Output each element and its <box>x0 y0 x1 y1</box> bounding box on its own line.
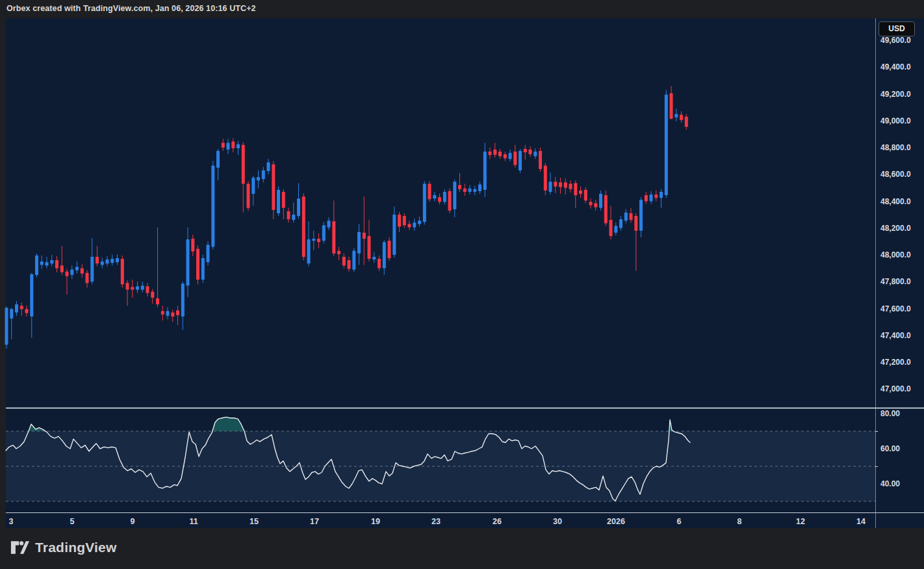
time-axis-label: 9 <box>131 517 135 526</box>
candle-body <box>443 192 446 202</box>
candle-body <box>433 195 436 198</box>
candle-body <box>70 270 73 275</box>
price-axis-label: 47,200.0 <box>880 358 911 367</box>
price-axis-label: 48,000.0 <box>880 250 911 259</box>
candle-body <box>231 142 235 148</box>
candle-body <box>564 183 567 188</box>
tradingview-logo-icon <box>10 540 29 555</box>
candle-body <box>227 143 230 150</box>
candle-body <box>96 257 99 263</box>
candle-body <box>20 306 23 309</box>
price-axis-label: 47,400.0 <box>880 331 911 340</box>
time-axis-label: 8 <box>738 517 742 526</box>
candle-body <box>489 152 492 155</box>
candle-body <box>428 184 431 200</box>
time-axis-label: 12 <box>796 517 805 526</box>
candle-body <box>222 143 225 148</box>
candle-body <box>630 213 633 220</box>
candle-body <box>156 298 159 304</box>
candle-body <box>604 195 608 223</box>
candle-body <box>292 215 295 220</box>
candle-body <box>357 232 361 254</box>
candle-body <box>418 220 421 224</box>
time-axis-label: 11 <box>189 517 198 526</box>
candle-body <box>297 198 300 216</box>
candle-body <box>45 262 49 265</box>
time-axis-label: 17 <box>310 517 319 526</box>
candle-body <box>473 189 476 192</box>
candle-body <box>60 265 64 272</box>
candle-body <box>262 170 265 179</box>
price-axis-label: 49,200.0 <box>880 90 911 99</box>
candle-body <box>322 226 326 241</box>
candle-body <box>539 151 542 169</box>
candle-body <box>317 239 320 242</box>
candle-body <box>5 308 8 345</box>
price-axis-label: 47,600.0 <box>880 304 911 313</box>
candle-body <box>327 220 331 227</box>
time-axis-label: 26 <box>493 517 502 526</box>
candle-body <box>610 220 613 236</box>
candle-body <box>75 267 79 270</box>
price-axis-label: 48,600.0 <box>880 170 911 179</box>
candle-body <box>337 251 340 254</box>
candle-body <box>478 185 481 191</box>
candle-body <box>438 197 441 202</box>
currency-button[interactable]: USD <box>879 21 915 36</box>
candle-body <box>619 219 622 228</box>
candle-body <box>207 245 210 262</box>
candlestick-chart[interactable]: 49,600.049,400.049,200.049,000.048,800.0… <box>0 0 924 569</box>
candle-body <box>146 286 149 293</box>
price-axis-label: 48,200.0 <box>880 224 911 233</box>
candle-body <box>30 274 33 317</box>
candle-body <box>352 251 355 270</box>
price-axis-label: 48,800.0 <box>880 143 911 152</box>
candle-body <box>101 261 104 265</box>
price-axis-label: 49,400.0 <box>880 62 911 72</box>
candle-body <box>685 117 688 127</box>
candle-body <box>332 221 335 254</box>
price-axis-label: 48,400.0 <box>880 197 911 206</box>
candle-body <box>166 311 170 315</box>
candle-body <box>423 184 426 222</box>
candle-body <box>408 224 411 227</box>
candle-body <box>211 166 214 247</box>
candle-body <box>282 192 285 208</box>
candle-body <box>277 190 280 213</box>
candle-body <box>569 184 572 189</box>
rsi-axis-label: 80.00 <box>880 409 900 418</box>
candle-body <box>413 222 416 227</box>
candle-body <box>151 292 154 298</box>
candle-body <box>363 233 366 239</box>
candle-body <box>242 145 245 184</box>
candle-body <box>55 260 58 268</box>
candle-body <box>463 189 467 192</box>
candle-body <box>40 261 44 265</box>
candle-body <box>10 309 13 318</box>
time-axis-label: 2026 <box>607 517 625 526</box>
candle-body <box>493 150 496 155</box>
candle-body <box>348 260 351 269</box>
candle-body <box>383 242 386 268</box>
candle-body <box>519 151 522 170</box>
tradingview-logo[interactable]: TradingView <box>10 540 117 555</box>
candle-body <box>453 182 456 209</box>
candle-body <box>191 239 194 252</box>
candle-body <box>141 285 144 289</box>
candle-body <box>25 309 29 313</box>
candle-body <box>186 239 190 285</box>
candle-body <box>161 311 164 314</box>
time-axis-label: 19 <box>371 517 380 526</box>
candle-body <box>35 256 38 275</box>
candle-body <box>674 114 678 117</box>
candle-body <box>171 313 174 317</box>
time-axis-label: 6 <box>677 517 682 526</box>
candle-body <box>513 152 517 165</box>
candle-body <box>468 189 472 192</box>
price-axis-label: 47,800.0 <box>880 277 911 286</box>
candle-body <box>237 144 240 148</box>
candle-body <box>302 196 305 257</box>
price-axis-label: 47,000.0 <box>880 384 911 393</box>
price-axis-label: 49,600.0 <box>880 36 911 45</box>
candle-body <box>181 284 185 317</box>
